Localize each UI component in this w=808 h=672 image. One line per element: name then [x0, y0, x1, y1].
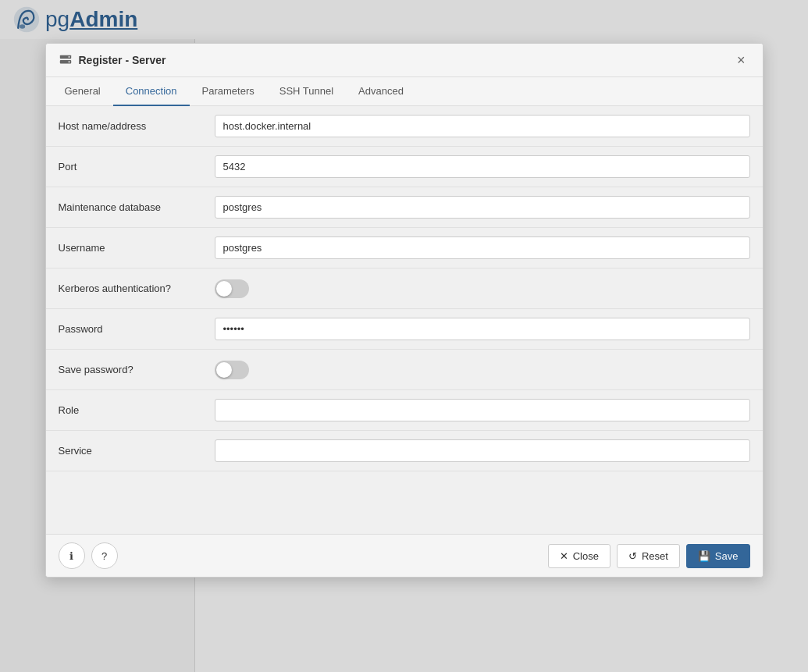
help-icon: ? — [101, 550, 107, 562]
save-label: Save — [715, 550, 739, 562]
password-input[interactable] — [215, 318, 750, 340]
tab-ssh-tunnel[interactable]: SSH Tunnel — [267, 77, 346, 106]
service-row: Service — [46, 431, 763, 471]
kerberos-toggle-thumb — [216, 281, 232, 297]
port-input[interactable] — [215, 155, 750, 178]
port-row: Port — [46, 147, 763, 187]
dialog-header-left: Register - Server — [59, 53, 166, 67]
role-row: Role — [46, 390, 763, 431]
username-row: Username — [46, 228, 763, 268]
dialog-close-button[interactable]: × — [732, 52, 750, 69]
kerberos-toggle-wrapper — [215, 279, 249, 298]
service-label: Service — [59, 445, 215, 457]
modal-overlay: Register - Server × General Connection P… — [0, 0, 808, 672]
tab-advanced[interactable]: Advanced — [346, 77, 416, 106]
dialog-title: Register - Server — [79, 54, 166, 66]
save-password-label: Save password? — [59, 364, 215, 375]
kerberos-toggle[interactable] — [215, 279, 249, 298]
role-input[interactable] — [215, 399, 750, 421]
footer-right-buttons: ✕ Close ↺ Reset 💾 Save — [548, 544, 750, 568]
username-input[interactable] — [215, 236, 750, 259]
maintenance-db-label: Maintenance database — [59, 201, 215, 213]
maintenance-db-row: Maintenance database — [46, 187, 763, 228]
save-icon: 💾 — [698, 550, 710, 562]
port-label: Port — [59, 161, 215, 172]
save-password-toggle[interactable] — [215, 361, 249, 379]
server-icon — [59, 53, 73, 67]
save-password-toggle-track — [215, 361, 249, 379]
kerberos-label: Kerberos authentication? — [59, 283, 215, 294]
kerberos-toggle-track — [215, 279, 249, 298]
tab-connection[interactable]: Connection — [113, 77, 190, 106]
dialog-header: Register - Server × — [46, 44, 763, 77]
tab-general[interactable]: General — [52, 77, 113, 106]
tab-parameters[interactable]: Parameters — [190, 77, 267, 106]
svg-point-5 — [68, 61, 69, 62]
host-label: Host name/address — [59, 120, 215, 132]
help-button[interactable]: ? — [91, 542, 118, 569]
dialog-footer: ℹ ? ✕ Close ↺ Reset 💾 Save — [46, 534, 763, 577]
username-label: Username — [59, 242, 215, 254]
save-password-row: Save password? — [46, 350, 763, 390]
role-label: Role — [59, 404, 215, 416]
form-spacer — [46, 471, 763, 534]
close-button[interactable]: ✕ Close — [548, 544, 610, 568]
reset-button[interactable]: ↺ Reset — [617, 544, 680, 568]
host-input[interactable] — [215, 115, 750, 137]
save-password-toggle-thumb — [216, 362, 232, 378]
maintenance-db-input[interactable] — [215, 196, 750, 219]
password-row: Password — [46, 309, 763, 350]
service-input[interactable] — [215, 439, 750, 462]
host-row: Host name/address — [46, 106, 763, 147]
kerberos-row: Kerberos authentication? — [46, 268, 763, 309]
password-label: Password — [59, 323, 215, 335]
reset-icon: ↺ — [628, 550, 637, 562]
close-icon: ✕ — [560, 550, 568, 562]
reset-label: Reset — [642, 550, 668, 562]
svg-point-4 — [68, 56, 69, 58]
close-label: Close — [573, 550, 599, 562]
footer-left-buttons: ℹ ? — [59, 542, 118, 569]
connection-form: Host name/address Port Maintenance datab… — [46, 106, 763, 534]
save-button[interactable]: 💾 Save — [686, 544, 750, 568]
info-button[interactable]: ℹ — [59, 542, 85, 569]
register-server-dialog: Register - Server × General Connection P… — [45, 43, 764, 578]
save-password-toggle-wrapper — [215, 361, 249, 379]
info-icon: ℹ — [69, 550, 73, 562]
dialog-tabs: General Connection Parameters SSH Tunnel… — [46, 77, 763, 106]
